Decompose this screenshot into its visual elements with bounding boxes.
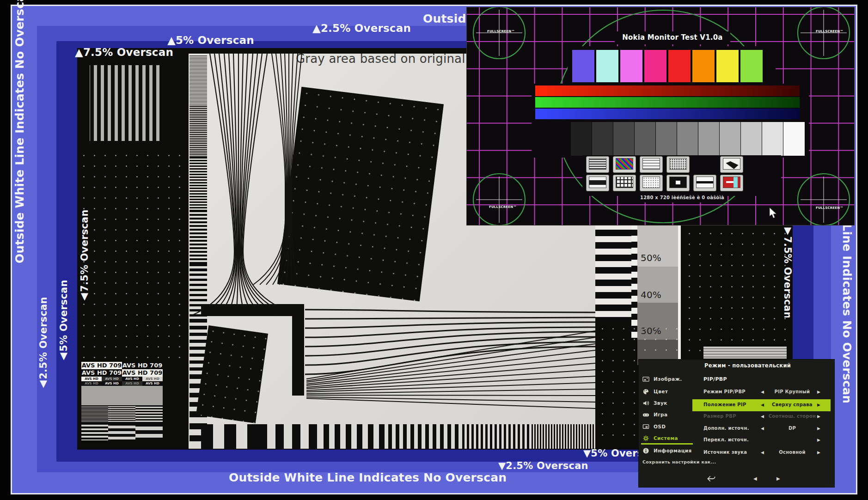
- menu-item-label: OSD: [654, 424, 666, 429]
- save-settings-label[interactable]: Сохранить настройки как...: [642, 459, 716, 464]
- horizontal-lines-icon[interactable]: [640, 156, 663, 173]
- avs-cell: AVS HD 709: [81, 377, 102, 381]
- color-bar: [692, 50, 715, 82]
- fine-stripe-blocks: [81, 405, 163, 440]
- row-value-second-source: DP: [768, 426, 816, 431]
- menu-item-label: Цвет: [654, 389, 668, 394]
- submenu-title: PIP/PBP: [703, 376, 727, 382]
- graduation-cap-icon[interactable]: [720, 156, 743, 173]
- menu-item-label: Игра: [654, 412, 667, 417]
- gray-50-label: 50%: [641, 252, 661, 263]
- right-arrow[interactable]: ▶: [817, 426, 820, 431]
- color-pattern-icon[interactable]: [613, 156, 636, 173]
- avs-cell: AVS HD 709: [142, 381, 163, 386]
- left-arrow[interactable]: ◀: [761, 390, 764, 394]
- color-bar: [668, 50, 691, 82]
- dot-field-left: [79, 150, 187, 360]
- pip-resolution-text: 1280 x 720 ièéñŝeŝè è 0 oàŝòìà: [640, 195, 724, 200]
- checkerboard-icon[interactable]: [666, 156, 690, 173]
- info-icon: [642, 447, 649, 454]
- left-arrow[interactable]: ◀: [761, 426, 764, 431]
- avs-cell: AVS HD 709: [122, 362, 163, 369]
- row-label-audio-source[interactable]: Источник звука: [703, 450, 747, 455]
- exit-icon[interactable]: [720, 175, 743, 191]
- right-arrow[interactable]: ▶: [817, 402, 820, 407]
- avs-cell: AVS HD 709: [81, 362, 122, 369]
- menu-item-color[interactable]: Цвет: [642, 387, 698, 396]
- overscan-5-top: ▲5% Overscan: [167, 34, 254, 46]
- right-arrow[interactable]: ▶: [817, 390, 820, 394]
- gamepad-icon: [642, 411, 649, 418]
- overscan-7-5-left: ▲7.5% Overscan: [79, 198, 90, 303]
- nav-left-arrow[interactable]: ◀: [753, 476, 757, 481]
- focus-pattern-icon[interactable]: [613, 175, 636, 191]
- left-arrow[interactable]: ◀: [761, 402, 764, 407]
- menu-item-label: Система: [654, 435, 678, 441]
- row-value-pip-mode: PIP Крупный: [768, 389, 816, 394]
- mouse-cursor: [769, 207, 777, 219]
- menu-item-label: Изображ.: [654, 376, 682, 382]
- green-gradient-bar: [535, 97, 800, 108]
- osd-header: Режим - пользовательский: [704, 362, 791, 369]
- speaker-icon: [642, 400, 649, 407]
- color-bar: [716, 50, 739, 82]
- osd-menu: Режим - пользовательский Изображ. Цвет З…: [639, 360, 834, 487]
- menu-item-osd[interactable]: OSD: [642, 422, 698, 431]
- row-value-pip-position: Сверху справа: [768, 402, 816, 407]
- gear-icon: [642, 435, 649, 442]
- corner-mark: [201, 304, 304, 396]
- gradient-bar-right: [703, 347, 787, 359]
- overscan-7-5-top: ▲7.5% Overscan: [75, 46, 173, 58]
- fullscreen-label-bl: FULLSCREEN™: [489, 205, 517, 209]
- dot-grid-icon[interactable]: [640, 175, 663, 191]
- right-arrow[interactable]: ▶: [817, 450, 820, 455]
- menu-item-info[interactable]: Информация: [642, 446, 698, 455]
- overscan-7-5-right: ▼7.5% Overscan: [782, 225, 793, 317]
- palette-icon: [642, 388, 649, 395]
- contrast-bar-icon[interactable]: [693, 175, 716, 191]
- blue-gradient-bar: [535, 109, 800, 119]
- avs-cell: AVS HD 709: [102, 377, 122, 381]
- avs-cell: AVS HD 709: [81, 381, 102, 386]
- left-arrow[interactable]: ◀: [761, 450, 764, 455]
- resolution-text-icon[interactable]: [586, 156, 609, 173]
- avs-cell: AVS HD 709: [122, 369, 163, 377]
- outside-label-bottom: Outside White Line Indicates No Overscan: [229, 471, 507, 484]
- pixel-comb: [201, 424, 596, 449]
- right-arrow[interactable]: ▶: [817, 438, 820, 442]
- avs-cell: AVS HD 709: [142, 377, 163, 381]
- left-arrow[interactable]: ◀: [761, 414, 764, 419]
- menu-item-image[interactable]: Изображ.: [642, 374, 698, 384]
- menu-item-system[interactable]: Система: [642, 433, 698, 443]
- row-label-pip-position[interactable]: Положение PIP: [703, 402, 746, 407]
- nav-right-arrow[interactable]: ▶: [776, 476, 780, 481]
- row-label-pbp-size: Размер PBP: [703, 414, 736, 419]
- brightness-bar-icon[interactable]: [586, 175, 609, 191]
- nokia-test-title: Nokia Monitor Test V1.0a: [615, 33, 730, 42]
- row-label-second-source[interactable]: Дополн. источн.: [703, 426, 749, 431]
- black-level-icon[interactable]: [666, 175, 690, 191]
- row-value-audio-source: Основной: [768, 450, 816, 455]
- gray-patch: [81, 386, 163, 405]
- row-value-pbp-size: Соотнош. сторон: [768, 414, 816, 419]
- color-bar: [740, 50, 763, 82]
- row-label-switch-source[interactable]: Перекл. источн.: [703, 437, 749, 442]
- right-arrow[interactable]: ▶: [817, 414, 820, 419]
- gray-40-label: 40%: [641, 289, 661, 300]
- color-bars: [572, 50, 763, 82]
- overscan-5-left: ▲5% Overscan: [58, 280, 69, 363]
- grayscale-steps: [571, 122, 805, 156]
- fullscreen-label-br: FULLSCREEN™: [816, 206, 844, 210]
- avs-cell: AVS HD 709: [122, 381, 142, 386]
- red-gradient-bar: [535, 85, 800, 96]
- row-label-pip-mode[interactable]: Режим PIP/PBP: [703, 389, 746, 394]
- avs-cell: AVS HD 709: [81, 369, 122, 377]
- overscan-2-5-top: ▲2.5% Overscan: [312, 22, 411, 34]
- image-icon: [642, 376, 649, 383]
- menu-item-sound[interactable]: Звук: [642, 398, 698, 408]
- avs-hd-709-block: AVS HD 709 AVS HD 709 AVS HD 709 AVS HD …: [81, 362, 163, 386]
- menu-item-game[interactable]: Игра: [642, 410, 698, 419]
- back-icon[interactable]: [706, 475, 716, 482]
- color-bar: [596, 50, 618, 82]
- overscan-2-5-left: ▲2.5% Overscan: [38, 296, 49, 390]
